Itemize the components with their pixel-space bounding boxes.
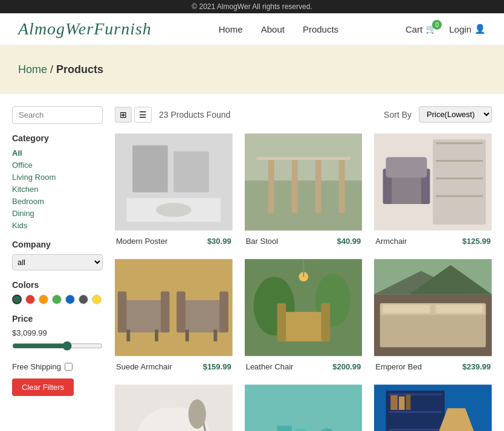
product-name: Modern Poster	[116, 237, 167, 246]
svg-rect-59	[294, 429, 306, 431]
svg-rect-25	[161, 292, 170, 333]
svg-rect-58	[277, 426, 291, 431]
clear-filters-button[interactable]: Clear Filters	[12, 378, 74, 396]
svg-rect-9	[292, 160, 298, 213]
svg-rect-45	[380, 312, 486, 347]
svg-point-53	[189, 400, 206, 429]
svg-rect-26	[179, 300, 227, 333]
breadcrumb-current: Products	[56, 63, 103, 75]
list-view-button[interactable]: ☰	[134, 107, 152, 123]
view-toggle: ⊞ ☰	[115, 107, 152, 123]
grid-view-button[interactable]: ⊞	[115, 107, 132, 123]
product-card[interactable]: Modern Bookshelf $319.99	[374, 383, 492, 431]
company-select[interactable]: all Company A Company B	[12, 254, 103, 270]
price-title: Price	[12, 314, 103, 324]
header: AlmogWerFurnish Home About Products Cart…	[0, 13, 504, 45]
svg-rect-18	[386, 174, 427, 204]
product-name: Suede Armchair	[116, 362, 172, 371]
login-button[interactable]: Login 👤	[449, 24, 486, 34]
svg-rect-17	[436, 195, 483, 197]
company-title: Company	[12, 240, 103, 249]
svg-rect-16	[436, 177, 483, 179]
search-input[interactable]	[12, 106, 103, 124]
product-price: $200.99	[332, 362, 361, 371]
free-shipping-container: Free Shipping	[12, 362, 103, 371]
price-value: $3,099.99	[12, 328, 103, 337]
product-card[interactable]: Accent Chair $259.99	[115, 383, 233, 431]
color-dot-red[interactable]	[25, 295, 35, 304]
product-card[interactable]: Shelf $309.99	[245, 383, 363, 431]
svg-rect-21	[386, 157, 427, 177]
svg-rect-28	[219, 292, 228, 333]
product-card[interactable]: Suede Armchair $159.99	[115, 258, 233, 371]
svg-rect-13	[433, 139, 486, 225]
svg-rect-39	[277, 303, 286, 341]
svg-rect-8	[268, 160, 274, 213]
user-icon: 👤	[474, 24, 486, 34]
product-card[interactable]: Modern Poster $30.99	[115, 132, 233, 246]
color-dot-yellow[interactable]	[92, 295, 102, 304]
sidebar: Category All Office Living Room Kitchen …	[12, 106, 103, 431]
category-item-livingroom[interactable]: Living Room	[12, 172, 103, 182]
category-item-dining[interactable]: Dining	[12, 208, 103, 218]
nav-about[interactable]: About	[261, 24, 285, 34]
category-list: All Office Living Room Kitchen Bedroom D…	[12, 148, 103, 230]
price-slider[interactable]	[12, 341, 103, 351]
category-item-kids[interactable]: Kids	[12, 220, 103, 230]
svg-point-4	[156, 203, 191, 217]
svg-rect-65	[389, 429, 442, 430]
product-info: Modern Poster $30.99	[115, 237, 233, 246]
category-item-all[interactable]: All	[12, 148, 103, 158]
cart-count: 0	[432, 20, 442, 30]
products-grid: Modern Poster $30.99	[115, 132, 492, 431]
color-dot-green[interactable]	[52, 295, 62, 304]
svg-rect-63	[389, 394, 442, 395]
cart-button[interactable]: Cart 🛒 0	[405, 24, 437, 34]
breadcrumb-bar: Home / Products	[0, 45, 504, 94]
color-dots	[12, 295, 103, 304]
svg-rect-2	[173, 151, 208, 192]
product-card[interactable]: Armchair $125.99	[374, 132, 492, 246]
nav-home[interactable]: Home	[219, 24, 243, 34]
sort-select[interactable]: Price(Lowest) Price(Highest) Name(A-Z) N…	[419, 106, 492, 123]
svg-rect-14	[436, 142, 483, 144]
free-shipping-checkbox[interactable]	[65, 363, 73, 371]
product-name: Bar Stool	[246, 237, 278, 246]
product-card[interactable]: Leather Chair $200.99	[245, 258, 363, 371]
color-dot-all[interactable]	[12, 295, 22, 304]
category-title: Category	[12, 133, 103, 143]
color-dot-darkgray[interactable]	[79, 295, 88, 304]
product-price: $30.99	[207, 237, 231, 246]
nav-products[interactable]: Products	[303, 24, 338, 34]
svg-rect-29	[126, 330, 130, 341]
product-name: Emperor Bed	[375, 362, 422, 371]
svg-rect-1	[132, 145, 167, 193]
product-card[interactable]: Emperor Bed $239.99	[374, 258, 492, 371]
color-dot-blue[interactable]	[65, 295, 75, 304]
breadcrumb-home[interactable]: Home	[18, 63, 47, 75]
products-toolbar: ⊞ ☰ 23 Products Found Sort By Price(Lowe…	[115, 106, 492, 123]
breadcrumb-separator: /	[50, 63, 53, 75]
svg-rect-11	[338, 160, 344, 213]
product-price: $159.99	[203, 362, 231, 371]
svg-rect-31	[186, 330, 189, 341]
product-card[interactable]: Bar Stool $40.99	[245, 132, 363, 246]
category-item-bedroom[interactable]: Bedroom	[12, 196, 103, 206]
color-dot-orange[interactable]	[39, 295, 48, 304]
category-item-kitchen[interactable]: Kitchen	[12, 184, 103, 194]
svg-rect-47	[383, 305, 430, 313]
svg-rect-27	[176, 292, 186, 333]
colors-title: Colors	[12, 280, 103, 290]
svg-rect-23	[121, 300, 168, 333]
svg-rect-68	[399, 397, 405, 410]
price-section: Price $3,099.99	[12, 314, 103, 353]
svg-rect-10	[315, 160, 321, 213]
logo: AlmogWerFurnish	[18, 19, 152, 39]
product-price: $239.99	[462, 362, 491, 371]
cart-label: Cart	[405, 24, 422, 34]
product-price: $125.99	[462, 237, 491, 246]
category-item-office[interactable]: Office	[12, 160, 103, 170]
product-info: Bar Stool $40.99	[245, 237, 363, 246]
colors-section: Colors	[12, 280, 103, 304]
svg-rect-69	[406, 395, 411, 410]
